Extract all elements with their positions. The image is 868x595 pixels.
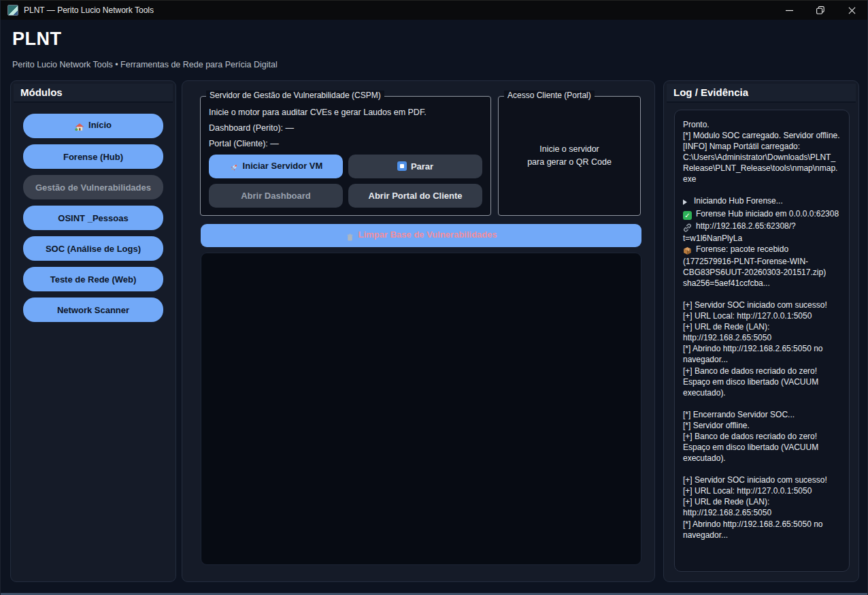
close-icon <box>848 7 856 14</box>
cspm-description: Inicie o motor para auditar CVEs e gerar… <box>209 108 482 117</box>
open-client-portal-button[interactable]: Abrir Portal do Cliente <box>348 184 482 208</box>
sidebar-item-label: Network Scanner <box>57 305 129 315</box>
sidebar-item-forense-hub[interactable]: Forense (Hub) <box>23 144 163 169</box>
open-dashboard-button[interactable]: Abrir Dashboard <box>209 184 343 208</box>
log-line: [*] Abrindo http://192.168.2.65:5050 no … <box>683 519 841 541</box>
home-icon <box>75 121 84 132</box>
log-line: [+] Servidor SOC iniciado com sucesso! <box>683 300 841 310</box>
restore-icon <box>816 6 824 14</box>
log-textarea[interactable]: Pronto.[*] Módulo SOC carregado. Servido… <box>674 110 850 572</box>
log-line <box>683 464 841 475</box>
log-line: [*] Módulo SOC carregado. Servidor offli… <box>683 130 841 141</box>
log-line: [*] Servidor offline. <box>683 420 841 431</box>
close-button[interactable] <box>836 1 867 20</box>
log-line: Iniciando Hub Forense... <box>683 195 841 208</box>
log-line: [+] URL Local: http://127.0.0.1:5050 <box>683 485 841 496</box>
dashboard-status: Dashboard (Perito): — <box>209 123 482 133</box>
trash-icon <box>346 231 354 241</box>
vulnerability-module-panel: Servidor de Gestão de Vulnerabilidade (C… <box>182 80 655 582</box>
log-line: [+] URL Local: http://127.0.0.1:5050 <box>683 310 841 321</box>
sidebar-item-soc-analise-logs[interactable]: SOC (Análise de Logs) <box>23 236 163 261</box>
clear-vuln-db-button[interactable]: Limpar Base de Vulnerabilidades <box>201 224 641 247</box>
link-icon <box>683 222 692 233</box>
sidebar-item-label: Gestão de Vulnerabilidades <box>35 182 151 193</box>
cspm-groupbox-title: Servidor de Gestão de Vulnerabilidade (C… <box>206 91 384 100</box>
vuln-output-area[interactable] <box>201 253 641 565</box>
client-access-groupbox: Acesso Cliente (Portal) Inicie o servido… <box>498 96 641 216</box>
sidebar-item-label: Forense (Hub) <box>63 152 123 162</box>
log-line <box>683 289 841 300</box>
log-line: [+] URL de Rede (LAN): http://192.168.2.… <box>683 496 841 518</box>
sidebar-item-osint-pessoas[interactable]: OSINT _Pessoas <box>23 206 163 230</box>
qr-placeholder: Inicie o servidor para gerar o QR Code <box>499 97 640 215</box>
qr-placeholder-line2: para gerar o QR Code <box>527 156 612 169</box>
log-panel: Log / Evidência Pronto.[*] Módulo SOC ca… <box>663 80 859 582</box>
log-line: ✓Forense Hub iniciado em 0.0.0.0:62308 <box>683 208 841 221</box>
modules-header: Módulos <box>14 84 173 103</box>
page-subtitle: Perito Lucio Network Tools • Ferramentas… <box>12 60 278 69</box>
log-line: Forense: pacote recebido (1772579916-PLN… <box>683 244 841 289</box>
sidebar-item-gestao-vulnerabilidades[interactable]: Gestão de Vulnerabilidades <box>23 175 163 199</box>
package-icon <box>683 245 692 256</box>
sidebar-item-label: OSINT _Pessoas <box>58 213 128 223</box>
log-line: [+] Banco de dados recriado do zero! Esp… <box>683 431 841 464</box>
stop-server-button[interactable]: Parar <box>348 155 482 178</box>
start-server-button[interactable]: Iniciar Servidor VM <box>209 155 343 178</box>
cspm-groupbox: Servidor de Gestão de Vulnerabilidade (C… <box>200 96 491 216</box>
window-title: PLNT — Perito Lucio Network Tools <box>24 5 154 15</box>
log-line <box>683 398 841 409</box>
log-line: [*] Encerrando Servidor SOC... <box>683 409 841 420</box>
sidebar-item-teste-rede-web[interactable]: Teste de Rede (Web) <box>23 267 163 291</box>
sidebar-item-label: Início <box>88 120 112 130</box>
sidebar-item-network-scanner[interactable]: Network Scanner <box>23 298 163 322</box>
log-line: [+] Servidor SOC iniciado com sucesso! <box>683 475 841 485</box>
minimize-button[interactable] <box>773 1 805 20</box>
check-icon: ✓ <box>683 210 692 221</box>
log-line: [+] Banco de dados recriado do zero! Esp… <box>683 366 841 398</box>
log-line: [*] Abrindo http://192.168.2.65:5050 no … <box>683 343 841 365</box>
cspm-buttons: Iniciar Servidor VM Parar Abrir Dashboar… <box>209 155 482 208</box>
sidebar-list: InícioForense (Hub)Gestão de Vulnerabili… <box>11 106 176 336</box>
stop-icon <box>397 161 407 171</box>
log-line: http://192.168.2.65:62308/?t=w1l6NanPlyL… <box>683 221 841 244</box>
triangle-icon <box>683 197 690 208</box>
sidebar-item-label: SOC (Análise de Logs) <box>46 244 141 254</box>
qr-placeholder-line1: Inicie o servidor <box>539 143 599 156</box>
window-controls <box>773 1 867 20</box>
sidebar-item-inicio[interactable]: Início <box>23 114 163 138</box>
rocket-icon <box>229 162 239 173</box>
page-title: PLNT <box>12 29 62 50</box>
sidebar-item-label: Teste de Rede (Web) <box>50 274 137 285</box>
log-header: Log / Evidência <box>667 84 856 103</box>
modules-panel: Módulos InícioForense (Hub)Gestão de Vul… <box>10 80 176 582</box>
app-icon <box>7 5 18 16</box>
log-line: [INFO] Nmap Portátil carregado: C:\Users… <box>683 141 841 184</box>
portal-status: Portal (Cliente): — <box>209 139 482 148</box>
titlebar: PLNT — Perito Lucio Network Tools <box>1 0 867 20</box>
maximize-button[interactable] <box>805 1 836 20</box>
stop-server-label: Parar <box>411 161 433 172</box>
log-line <box>683 184 841 195</box>
start-server-label: Iniciar Servidor VM <box>243 161 323 171</box>
log-line: [+] URL de Rede (LAN): http://192.168.2.… <box>683 321 841 343</box>
log-line: Pronto. <box>683 119 841 130</box>
clear-vuln-db-label: Limpar Base de Vulnerabilidades <box>358 229 497 240</box>
minimize-icon <box>786 7 793 14</box>
